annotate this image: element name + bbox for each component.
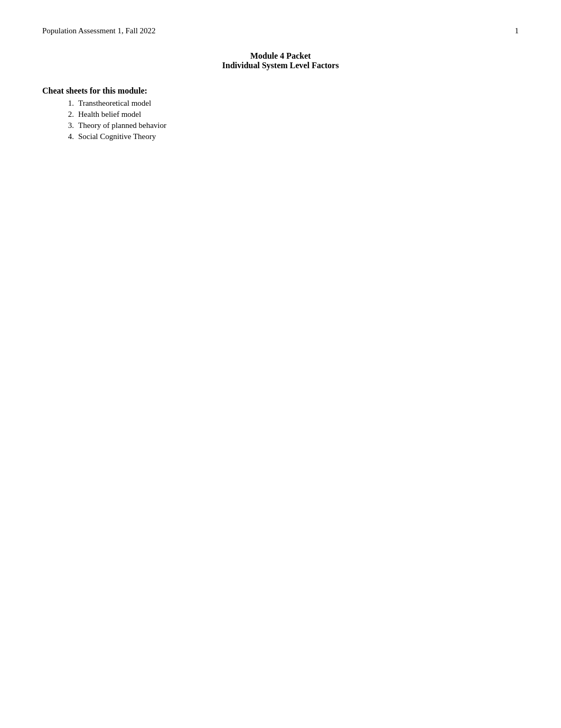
list-number-3: 3. (63, 121, 74, 130)
title-section: Module 4 Packet Individual System Level … (42, 51, 519, 70)
module-title-line2: Individual System Level Factors (42, 61, 519, 70)
list-item-text-2: Health belief model (78, 110, 141, 119)
header-left-text: Population Assessment 1, Fall 2022 (42, 26, 156, 35)
list-item-text-4: Social Cognitive Theory (78, 132, 156, 141)
header: Population Assessment 1, Fall 2022 1 (42, 26, 519, 35)
list-number-2: 2. (63, 110, 74, 119)
list-item-text-1: Transtheoretical model (78, 99, 151, 108)
module-title-line1: Module 4 Packet (42, 51, 519, 61)
cheat-sheet-list: 1. Transtheoretical model 2. Health beli… (63, 99, 519, 141)
cheat-sheet-heading: Cheat sheets for this module: (42, 86, 519, 96)
content-section: Cheat sheets for this module: 1. Transth… (42, 86, 519, 141)
list-number-4: 4. (63, 132, 74, 141)
list-item: 3. Theory of planned behavior (63, 121, 519, 130)
page-number: 1 (515, 26, 519, 35)
list-item: 4. Social Cognitive Theory (63, 132, 519, 141)
list-number-1: 1. (63, 99, 74, 108)
page: Population Assessment 1, Fall 2022 1 Mod… (0, 0, 561, 728)
list-item: 1. Transtheoretical model (63, 99, 519, 108)
list-item-text-3: Theory of planned behavior (78, 121, 166, 130)
list-item: 2. Health belief model (63, 110, 519, 119)
